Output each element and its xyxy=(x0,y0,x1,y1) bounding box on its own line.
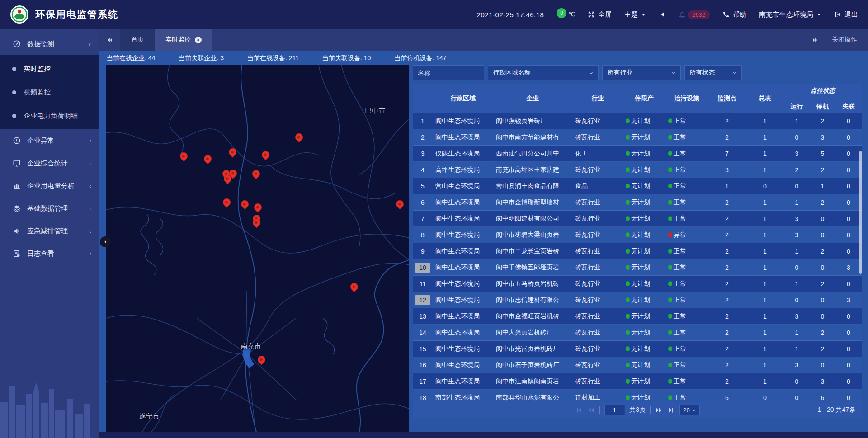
cell-run: 0 xyxy=(784,378,810,385)
limit-status-label: 无计划 xyxy=(631,182,650,189)
cell-lost: 0 xyxy=(835,378,862,385)
table-row[interactable]: 2阆中生态环境局阆中市南方节能建材有砖瓦行业无计划正常21030 xyxy=(413,129,862,146)
sidebar-item-日志查看[interactable]: 日志查看‹ xyxy=(0,242,99,265)
tabbar-right: 关闭操作 xyxy=(811,29,868,51)
cell-meters: 1 xyxy=(746,150,784,157)
sidebar-item-视频监控[interactable]: 视频监控 xyxy=(0,80,99,104)
last-page-button[interactable] xyxy=(667,406,675,414)
sidebar-item-数据监测[interactable]: 数据监测∨ xyxy=(0,33,99,55)
cell-points: 2 xyxy=(708,378,746,385)
cell-region: 阆中生态环境局 xyxy=(433,264,493,272)
fullscreen-button[interactable]: 全屏 xyxy=(588,10,612,19)
sidebar-item-实时监控[interactable]: 实时监控 xyxy=(0,57,99,80)
sidebar-item-企业综合统计[interactable]: 企业综合统计‹ xyxy=(0,152,99,174)
status-dot-icon xyxy=(668,118,672,123)
table-row[interactable]: 8阆中生态环境局阆中市枣碧大梁山页岩砖瓦行业无计划异常21300 xyxy=(413,227,862,243)
prev-page-button[interactable] xyxy=(587,406,594,414)
name-filter-input[interactable] xyxy=(413,65,484,80)
cell-stop: 2 xyxy=(810,166,835,174)
tab-首页[interactable]: 首页 xyxy=(120,29,155,51)
table-row[interactable]: 16阆中生态环境局阆中市石子页岩机砖厂砖瓦行业无计划正常21300 xyxy=(413,357,862,373)
facility-status-label: 正常 xyxy=(674,312,686,320)
cell-facility-status: 正常 xyxy=(665,312,708,320)
cell-lost: 0 xyxy=(835,280,862,287)
cell-lost: 0 xyxy=(835,150,862,157)
mute-button[interactable] xyxy=(659,11,666,18)
industry-filter-select[interactable]: 所有行业 xyxy=(602,65,681,80)
table-row[interactable]: 7阆中生态环境局阆中明阳建材有限公司砖瓦行业无计划正常21300 xyxy=(413,211,862,227)
table-row[interactable]: 15阆中生态环境局阆中市光富页岩机砖厂砖瓦行业无计划正常21120 xyxy=(413,341,862,357)
col-region: 行政区域 xyxy=(433,94,493,103)
sidebar-collapse-toggle[interactable] xyxy=(100,236,111,247)
row-index-cell: 7 xyxy=(413,214,433,224)
cell-points: 3 xyxy=(708,166,746,174)
table-row[interactable]: 9阆中生态环境局阆中市二龙长宝页岩砖砖瓦行业无计划正常21120 xyxy=(413,243,862,259)
sidebar-item-基础数据管理[interactable]: 基础数据管理‹ xyxy=(0,197,99,220)
theme-dropdown[interactable]: 主题 xyxy=(624,10,646,19)
chevron-left-icon: ‹ xyxy=(89,227,91,234)
stat-当前在线设备: 当前在线设备: 211 xyxy=(247,54,299,62)
logout-button[interactable]: 退出 xyxy=(834,10,858,19)
row-index: 12 xyxy=(415,295,430,305)
table-row[interactable]: 11阆中生态环境局阆中市五马桥页岩机砖砖瓦行业无计划正常21120 xyxy=(413,276,862,292)
cell-company: 阆中市光富页岩机砖厂 xyxy=(493,345,572,353)
map-city-label-巴中市: 巴中市 xyxy=(365,107,386,115)
tab-实时监控[interactable]: 实时监控× xyxy=(155,29,212,51)
org-dropdown[interactable]: 南充市生态环境局 xyxy=(759,10,821,19)
chevron-down-icon xyxy=(671,71,676,75)
cell-facility-status: 正常 xyxy=(665,377,708,386)
cell-facility-status: 异常 xyxy=(665,231,708,239)
table-row[interactable]: 17阆中生态环境局阆中市江南镇阆南页岩砖瓦行业无计划正常21030 xyxy=(413,373,862,390)
map-panel[interactable]: 巴中市南充市遂宁市 xyxy=(106,65,409,432)
status-filter-select[interactable]: 所有状态 xyxy=(684,65,742,80)
notification-bell[interactable]: 2632 xyxy=(679,10,710,19)
chevron-down-icon xyxy=(816,12,821,17)
cell-industry: 砖瓦行业 xyxy=(572,264,623,272)
cell-stop: 0 xyxy=(810,313,835,320)
sidebar-item-label: 基础数据管理 xyxy=(27,204,68,213)
tab-bar: 首页实时监控× 关闭操作 xyxy=(99,29,868,51)
help-button[interactable]: 帮助 xyxy=(722,10,746,19)
tabs-scroll-right-button[interactable] xyxy=(811,37,818,43)
sidebar-item-企业电力负荷明细[interactable]: 企业电力负荷明细 xyxy=(0,104,99,127)
table-row[interactable]: 14阆中生态环境局阆中大兴页岩机砖厂砖瓦行业无计划正常21120 xyxy=(413,325,862,341)
cell-region: 阆中生态环境局 xyxy=(433,345,493,353)
table-row[interactable]: 12阆中生态环境局阆中市忠信建材有限公砖瓦行业无计划正常21003 xyxy=(413,292,862,308)
limit-status-label: 无计划 xyxy=(631,345,650,352)
next-page-button[interactable] xyxy=(655,406,663,414)
status-dot-icon xyxy=(668,200,672,205)
table-row[interactable]: 1阆中生态环境局阆中强锐页岩砖厂砖瓦行业无计划正常21120 xyxy=(413,113,862,129)
tabs-scroll-left-button[interactable] xyxy=(99,29,120,51)
sidebar-item-企业用电量分析[interactable]: 企业用电量分析‹ xyxy=(0,174,99,197)
page-size-select[interactable]: 20 xyxy=(679,405,699,415)
page-number-input[interactable] xyxy=(604,405,625,415)
close-operations-button[interactable]: 关闭操作 xyxy=(832,36,857,44)
table-row[interactable]: 5营山生态环境局营山县润丰肉食品有限食品无计划正常10010 xyxy=(413,178,862,194)
close-icon[interactable]: × xyxy=(195,37,202,43)
cell-region: 阆中生态环境局 xyxy=(433,215,493,223)
chevron-left-icon: ‹ xyxy=(89,250,91,257)
table-row[interactable]: 4高坪生态环境局南充市高坪区王家店建砖瓦行业无计划正常31220 xyxy=(413,162,862,178)
status-dot-icon xyxy=(668,135,672,140)
table-row[interactable]: 6阆中生态环境局阆中市金博瑞新型墙材砖瓦行业无计划正常21120 xyxy=(413,194,862,211)
sidebar-item-应急减排管理[interactable]: 应急减排管理‹ xyxy=(0,220,99,242)
row-index-cell: 14 xyxy=(413,328,433,338)
table-row[interactable]: 10阆中生态环境局阆中千佛镇五郎垭页岩砖瓦行业无计划正常21003 xyxy=(413,259,862,276)
col-industry: 行业 xyxy=(572,94,623,103)
double-chevron-right-icon xyxy=(811,37,818,43)
pagination-bar: 共3页 20 1 - 20 共47条 xyxy=(413,402,862,418)
table-row[interactable]: 13阆中生态环境局阆中市金福旺页岩机砖砖瓦行业无计划正常21300 xyxy=(413,308,862,325)
sidebar-item-企业异常[interactable]: 企业异常‹ xyxy=(0,129,99,152)
table-scrollbar[interactable] xyxy=(859,151,862,274)
cell-run: 0 xyxy=(784,297,810,304)
region-filter-select[interactable]: 行政区域名称 xyxy=(488,65,599,80)
status-dot-icon xyxy=(626,200,630,205)
table-row[interactable]: 3仪陇生态环境局西南油气田分公司川中化工无计划正常71350 xyxy=(413,146,862,162)
cell-industry: 砖瓦行业 xyxy=(572,117,623,125)
cell-industry: 砖瓦行业 xyxy=(572,247,623,255)
row-index: 11 xyxy=(415,279,430,289)
region-filter-value: 行政区域名称 xyxy=(493,69,531,77)
first-page-button[interactable] xyxy=(575,406,582,414)
facility-status-label: 正常 xyxy=(674,247,686,254)
table-row[interactable]: 18南部生态环境局南部县华山水泥有限公建材加工无计划正常60060 xyxy=(413,390,862,402)
